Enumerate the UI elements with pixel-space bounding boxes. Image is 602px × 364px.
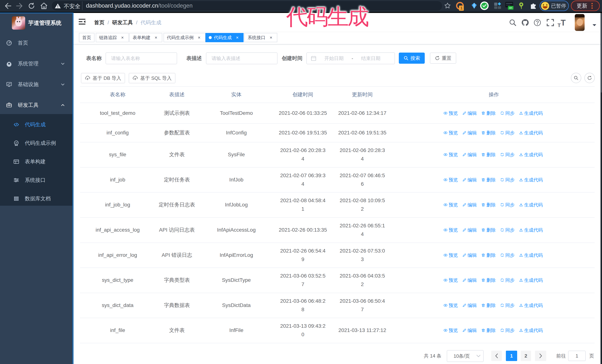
svg-text:on: on: [509, 6, 512, 9]
